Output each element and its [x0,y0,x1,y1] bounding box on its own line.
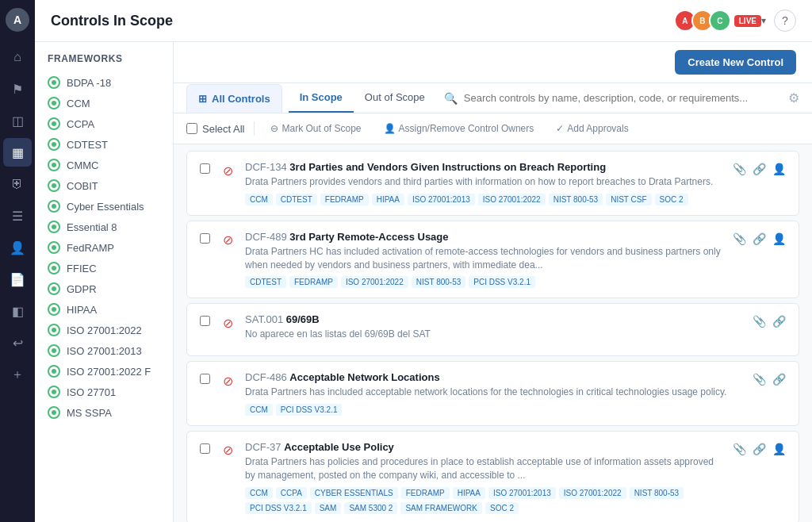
framework-label: FFIEC [67,263,97,274]
link-icon[interactable]: 🔗 [772,373,786,386]
avatar-group: A B C LIVE ▾ [674,10,766,32]
control-checkbox[interactable] [200,163,210,174]
tag: ISO 27001:2022 [341,276,408,288]
sidebar-item-fedramp[interactable]: FedRAMP [35,237,173,258]
control-status-icon: ⊘ [220,373,236,389]
tag: CYBER ESSENTIALS [310,487,398,499]
control-checkbox[interactable] [200,316,210,326]
select-all-label[interactable]: Select All [186,123,244,135]
nav-add[interactable]: ＋ [3,360,32,389]
nav-file[interactable]: 📄 [3,265,32,294]
nav-flag[interactable]: ⚑ [3,75,32,103]
framework-label: CDTEST [67,139,108,151]
sidebar-item-ccpa[interactable]: CCPA [35,113,173,134]
tab-in-scope[interactable]: In Scope [289,83,354,113]
control-actions: 📎 🔗 👤 [733,232,786,245]
clip-icon[interactable]: 📎 [733,232,746,245]
tag: PCI DSS V3.2.1 [276,404,343,416]
control-checkbox[interactable] [200,374,210,384]
sidebar-item-cmmc[interactable]: CMMC [35,155,173,175]
control-actions: 📎 🔗 👤 [733,163,786,175]
control-description: No aparece en las listas del 69/69B del … [245,328,743,341]
nav-grid[interactable]: ▦ [3,138,32,167]
control-name[interactable]: 3rd Parties and Vendors Given Instructio… [289,161,606,173]
nav-list[interactable]: ☰ [3,202,32,230]
sidebar-item-bdpa--18[interactable]: BDPA -18 [35,72,173,93]
avatar-dropdown-button[interactable]: ▾ [761,15,766,26]
sidebar-item-cobit[interactable]: COBIT [35,175,173,196]
page-title: Controls In Scope [51,13,173,29]
nav-shield[interactable]: ⛨ [3,170,32,198]
control-id: SAT.001 [245,313,286,325]
clip-icon[interactable]: 📎 [753,373,766,386]
sidebar-item-cdtest[interactable]: CDTEST [35,134,173,155]
nav-home[interactable]: ⌂ [3,43,32,71]
assign-icon: 👤 [384,123,396,134]
main-area: Controls In Scope A B C LIVE ▾ ? Framewo… [35,0,812,522]
framework-icon [48,282,60,295]
sidebar-item-hipaa[interactable]: HIPAA [35,299,173,320]
framework-label: FedRAMP [67,242,114,254]
control-id: DCF-486 [245,371,289,383]
nav-signout[interactable]: ↩ [3,328,32,357]
top-bar-right: A B C LIVE ▾ ? [674,10,796,32]
sidebar-item-cyber-essentials[interactable]: Cyber Essentials [35,196,173,217]
tab-out-of-scope[interactable]: Out of Scope [354,83,436,113]
link-icon[interactable]: 🔗 [753,232,766,245]
user-icon[interactable]: 👤 [772,443,786,455]
control-description: Drata Partners has policies and procedur… [245,455,723,482]
link-icon[interactable]: 🔗 [753,163,766,175]
control-title: DCF-489 3rd Party Remote-Access Usage [245,231,723,243]
app-logo[interactable]: A [6,8,29,32]
control-name[interactable]: Acceptable Network Locations [289,371,439,383]
tag: FEDRAMP [401,487,450,499]
link-icon[interactable]: 🔗 [753,443,766,455]
sidebar-item-iso-27001-2022-f[interactable]: ISO 27001:2022 F [35,361,173,382]
clip-icon[interactable]: 📎 [733,443,746,455]
control-title: DCF-134 3rd Parties and Vendors Given In… [245,161,723,173]
framework-label: HIPAA [67,304,97,316]
control-checkbox[interactable] [200,443,210,454]
nav-chart[interactable]: ◫ [3,106,32,135]
tag: SAM [315,502,342,514]
tab-all-controls[interactable]: ⊞ All Controls [186,84,282,113]
control-id: DCF-37 [245,441,284,453]
nav-user[interactable]: 👤 [3,233,32,262]
settings-button[interactable]: ⚙ [788,90,799,106]
sidebar-item-ffiec[interactable]: FFIEC [35,258,173,278]
sidebar-item-iso-27701[interactable]: ISO 27701 [35,382,173,402]
sidebar-item-ms-sspa[interactable]: MS SSPA [35,402,173,423]
control-title: SAT.001 69/69B [245,313,743,325]
link-icon[interactable]: 🔗 [772,315,786,328]
framework-label: ISO 27701 [67,386,116,398]
control-status-icon: ⊘ [220,163,236,178]
user-icon[interactable]: 👤 [772,163,786,175]
clip-icon[interactable]: 📎 [753,315,766,328]
control-name[interactable]: Acceptable Use Policy [284,441,394,453]
tag: CCM [245,194,273,205]
sidebar-item-iso-27001-2013[interactable]: ISO 27001:2013 [35,340,173,361]
clip-icon[interactable]: 📎 [733,163,746,175]
nav-layers[interactable]: ◧ [3,297,32,325]
framework-icon [48,179,60,192]
framework-icon [48,365,60,378]
control-checkbox[interactable] [200,233,210,244]
mark-out-of-scope-button[interactable]: ⊖ Mark Out of Scope [264,120,367,137]
tag-list: CCMCCPACYBER ESSENTIALSFEDRAMPHIPAAISO 2… [245,487,723,514]
tag: SAM FRAMEWORK [400,502,482,514]
framework-label: COBIT [67,180,98,192]
help-button[interactable]: ? [774,10,796,32]
search-input[interactable] [464,92,780,104]
control-name[interactable]: 3rd Party Remote-Access Usage [289,231,448,243]
select-all-checkbox[interactable] [186,123,197,134]
assign-remove-button[interactable]: 👤 Assign/Remove Control Owners [377,120,541,137]
sidebar-item-iso-27001-2022[interactable]: ISO 27001:2022 [35,320,173,340]
create-new-control-button[interactable]: Create New Control [675,50,796,75]
sidebar-item-ccm[interactable]: CCM [35,93,173,113]
control-name[interactable]: 69/69B [286,313,320,325]
sidebar-item-essential-8[interactable]: Essential 8 [35,217,173,237]
add-approvals-button[interactable]: ✓ Add Approvals [550,120,634,137]
user-icon[interactable]: 👤 [772,232,786,245]
framework-label: GDPR [67,283,97,295]
sidebar-item-gdpr[interactable]: GDPR [35,278,173,299]
